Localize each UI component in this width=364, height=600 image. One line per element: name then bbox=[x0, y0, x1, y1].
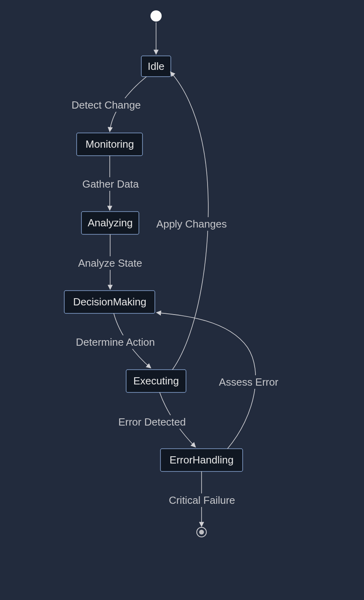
edge-label-assess-error: Assess Error bbox=[219, 376, 279, 388]
edge-label-analyze-state: Analyze State bbox=[78, 257, 142, 269]
state-error-handling-label: ErrorHandling bbox=[170, 454, 233, 466]
end-node-dot bbox=[199, 530, 204, 535]
state-decision-making-label: DecisionMaking bbox=[73, 296, 146, 308]
state-analyzing-label: Analyzing bbox=[88, 217, 133, 229]
edge-label-apply-changes: Apply Changes bbox=[156, 218, 227, 230]
edge-label-critical-failure: Critical Failure bbox=[169, 494, 235, 506]
edge-label-determine-action: Determine Action bbox=[76, 336, 155, 348]
start-node bbox=[150, 10, 162, 22]
state-idle-label: Idle bbox=[148, 60, 164, 72]
edge-label-gather-data: Gather Data bbox=[82, 178, 139, 190]
edge-label-detect-change: Detect Change bbox=[71, 99, 140, 111]
state-diagram: Idle Detect Change Monitoring Gather Dat… bbox=[0, 0, 364, 600]
state-monitoring-label: Monitoring bbox=[85, 138, 134, 150]
edge-label-error-detected: Error Detected bbox=[118, 416, 186, 428]
state-executing-label: Executing bbox=[133, 375, 179, 387]
